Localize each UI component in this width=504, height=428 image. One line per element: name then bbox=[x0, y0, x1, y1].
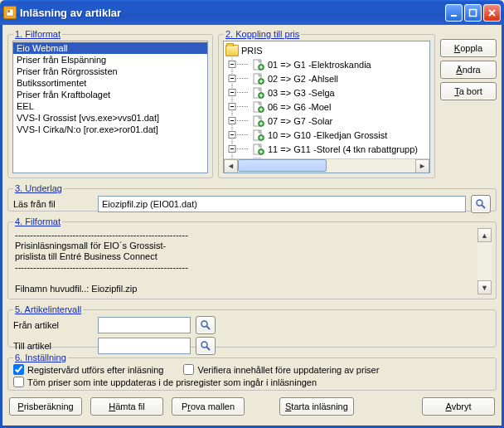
prisberakning-button[interactable]: Prisberäkning bbox=[9, 397, 82, 416]
tabort-button[interactable]: Ta bort bbox=[440, 82, 497, 100]
tom-priser-checkbox-label[interactable]: Töm priser som inte uppdateras i de pris… bbox=[13, 377, 491, 387]
tree-action-buttons: Koppla Ändra Ta bort bbox=[440, 29, 497, 178]
section-installning-legend[interactable]: 6. Inställning bbox=[13, 353, 68, 362]
scroll-left-icon[interactable]: ◄ bbox=[224, 159, 238, 173]
magnifier-icon bbox=[200, 340, 211, 352]
tree-item-label: 01 => G1 -Elektroskandia bbox=[268, 60, 371, 70]
verifiera-text: Verifiera innehållet före uppdatering av… bbox=[197, 365, 379, 375]
starta-inlasning-button[interactable]: Starta inläsning bbox=[279, 397, 354, 416]
tree-item[interactable]: 07 => G7 -Solar bbox=[225, 114, 428, 128]
tree-item-label: 02 => G2 -Ahlsell bbox=[268, 74, 338, 84]
client-area: 1. Filformat Eio WebmallPriser från Elsp… bbox=[0, 25, 504, 428]
tom-priser-checkbox[interactable] bbox=[13, 377, 24, 387]
price-file-icon bbox=[252, 59, 265, 71]
tree-item[interactable]: 03 => G3 -Selga bbox=[225, 85, 428, 100]
section-filformat-info-legend[interactable]: 4. Filformat bbox=[13, 216, 62, 226]
section-underlag-legend[interactable]: 3. Underlag bbox=[13, 183, 64, 193]
scroll-down-icon[interactable]: ▼ bbox=[477, 280, 492, 294]
file-format-list[interactable]: Eio WebmallPriser från ElspänningPriser … bbox=[12, 41, 208, 173]
from-article-input[interactable] bbox=[98, 317, 191, 333]
tree-item[interactable]: 11 => G11 -Storel (4 tkn rabattgrupp) bbox=[225, 142, 428, 156]
price-file-icon bbox=[252, 115, 265, 127]
memo-vertical-scrollbar[interactable]: ▲ ▼ bbox=[477, 228, 492, 294]
scroll-up-icon[interactable]: ▲ bbox=[477, 228, 492, 242]
tree-item[interactable]: 02 => G2 -Ahlsell bbox=[225, 71, 428, 85]
svg-rect-1 bbox=[7, 10, 10, 12]
tom-priser-text: Töm priser som inte uppdateras i de pris… bbox=[27, 377, 317, 387]
tree-item[interactable]: 10 => G10 -Elkedjan Grossist bbox=[225, 128, 428, 142]
svg-line-53 bbox=[482, 205, 485, 208]
tree-item-label: 03 => G3 -Selga bbox=[268, 88, 335, 98]
price-file-icon bbox=[252, 129, 265, 141]
koppla-button[interactable]: Koppla bbox=[440, 39, 497, 57]
tree-root-label: PRIS bbox=[241, 46, 263, 56]
svg-line-55 bbox=[206, 326, 210, 329]
magnifier-icon bbox=[475, 198, 487, 210]
registervard-checkbox-label[interactable]: Registervård utförs efter inläsning bbox=[13, 364, 163, 375]
to-article-label: Till artikel bbox=[13, 341, 93, 351]
price-tree[interactable]: PRIS01 => G1 -Elektroskandia02 => G2 -Ah… bbox=[223, 41, 430, 173]
section-filformat: 1. Filformat Eio WebmallPriser från Elsp… bbox=[7, 29, 213, 178]
svg-rect-2 bbox=[451, 15, 457, 17]
registervard-checkbox[interactable] bbox=[13, 364, 24, 375]
svg-point-54 bbox=[201, 321, 207, 327]
section-artikelintervall: 5. Artikelintervall Från artikel Till ar… bbox=[7, 304, 497, 348]
from-article-label: Från artikel bbox=[13, 320, 93, 330]
app-icon bbox=[3, 6, 17, 19]
filformat-memo: ----------------------------------------… bbox=[13, 228, 477, 294]
file-format-item[interactable]: EEL bbox=[13, 100, 207, 112]
file-format-item[interactable]: VVS-I Cirka/N:o [ror.exe>ror01.dat] bbox=[13, 124, 207, 135]
scroll-thumb[interactable] bbox=[238, 159, 327, 172]
file-format-item[interactable]: VVS-I Grossist [vvs.exe>vvs01.dat] bbox=[13, 112, 207, 124]
from-article-browse-button[interactable] bbox=[196, 316, 216, 334]
tree-item[interactable]: 06 => G6 -Moel bbox=[225, 100, 428, 114]
section-koppling: 2. Koppling till pris PRIS01 => G1 -Elek… bbox=[218, 29, 435, 178]
section-koppling-legend[interactable]: 2. Koppling till pris bbox=[224, 29, 301, 39]
section-installning: 6. Inställning Registervård utförs efter… bbox=[7, 353, 497, 391]
verifiera-checkbox-label[interactable]: Verifiera innehållet före uppdatering av… bbox=[183, 364, 379, 375]
file-format-item[interactable]: Priser från Rörgrossisten bbox=[13, 66, 207, 77]
svg-point-52 bbox=[477, 200, 482, 206]
section-filformat-legend[interactable]: 1. Filformat bbox=[13, 29, 62, 39]
price-file-icon bbox=[252, 143, 265, 155]
file-format-item[interactable]: Priser från Elspänning bbox=[13, 54, 207, 66]
svg-rect-3 bbox=[470, 9, 477, 16]
minimize-button[interactable] bbox=[445, 4, 463, 22]
title-bar: Inläsning av artiklar bbox=[0, 0, 504, 25]
tree-item-label: 07 => G7 -Solar bbox=[268, 116, 332, 126]
price-file-icon bbox=[252, 87, 265, 99]
scroll-right-icon[interactable]: ► bbox=[415, 159, 429, 173]
folder-icon bbox=[225, 45, 239, 56]
section-filformat-info: 4. Filformat ---------------------------… bbox=[7, 216, 497, 299]
to-article-input[interactable] bbox=[98, 338, 191, 354]
magnifier-icon bbox=[200, 319, 211, 331]
andra-button[interactable]: Ändra bbox=[440, 61, 497, 79]
tree-root[interactable]: PRIS bbox=[225, 43, 428, 57]
tree-horizontal-scrollbar[interactable]: ◄ ► bbox=[224, 158, 429, 173]
svg-line-57 bbox=[206, 347, 210, 350]
tree-item[interactable]: 01 => G1 -Elektroskandia bbox=[225, 57, 428, 71]
close-button[interactable] bbox=[483, 4, 501, 22]
svg-point-56 bbox=[201, 342, 207, 348]
file-format-item[interactable]: Butikssortimentet bbox=[13, 77, 207, 89]
hamta-fil-button[interactable]: Hämta fil bbox=[90, 397, 163, 416]
registervard-text: Registervård utförs efter inläsning bbox=[27, 365, 163, 375]
tree-item-label: 10 => G10 -Elkedjan Grossist bbox=[268, 130, 387, 140]
verifiera-checkbox[interactable] bbox=[183, 364, 194, 375]
section-artikelintervall-legend[interactable]: 5. Artikelintervall bbox=[13, 304, 83, 314]
tree-item-label: 06 => G6 -Moel bbox=[268, 102, 331, 112]
price-file-icon bbox=[252, 73, 265, 85]
prova-mallen-button[interactable]: Prova mallen bbox=[172, 397, 245, 416]
price-file-icon bbox=[252, 101, 265, 113]
tree-item-label: 11 => G11 -Storel (4 tkn rabattgrupp) bbox=[268, 144, 418, 154]
bottom-button-bar: Prisberäkning Hämta fil Prova mallen Sta… bbox=[7, 397, 497, 416]
window-title: Inläsning av artiklar bbox=[20, 7, 445, 19]
maximize-button[interactable] bbox=[464, 4, 482, 22]
file-format-item[interactable]: Eio Webmall bbox=[13, 42, 207, 54]
read-from-file-label: Läs från fil bbox=[13, 199, 93, 209]
browse-file-button[interactable] bbox=[471, 195, 491, 213]
section-underlag: 3. Underlag Läs från fil bbox=[7, 183, 497, 212]
file-format-item[interactable]: Priser från Kraftbolaget bbox=[13, 89, 207, 100]
read-from-file-input[interactable] bbox=[98, 196, 466, 212]
avbryt-button[interactable]: Avbryt bbox=[422, 397, 495, 416]
